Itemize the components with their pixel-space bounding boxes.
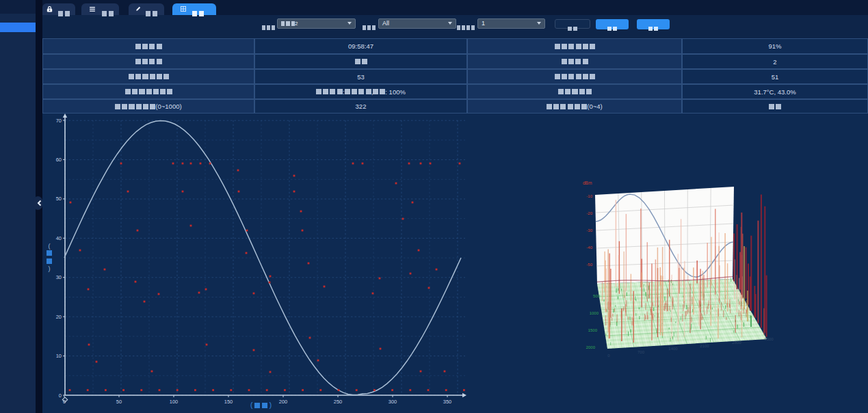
- svg-text:40: 40: [56, 235, 62, 241]
- svg-text:0: 0: [59, 392, 62, 399]
- svg-text:1400: 1400: [668, 347, 678, 351]
- svg-text:150: 150: [224, 399, 233, 405]
- svg-text:50: 50: [56, 196, 62, 202]
- svg-text:700: 700: [637, 350, 645, 354]
- svg-text:250: 250: [334, 399, 343, 405]
- svg-text:-20: -20: [586, 211, 592, 215]
- svg-text:50: 50: [116, 399, 122, 405]
- svg-text:300: 300: [389, 399, 397, 405]
- svg-text:3500: 3500: [764, 337, 774, 341]
- svg-text:10: 10: [56, 353, 62, 359]
- svg-text:2000: 2000: [586, 345, 596, 349]
- svg-text:30: 30: [56, 274, 62, 280]
- svg-text:-30: -30: [586, 228, 592, 232]
- svg-text:1000: 1000: [590, 311, 599, 315]
- svg-text:500: 500: [593, 294, 601, 298]
- svg-text:-40: -40: [586, 245, 592, 250]
- svg-text:70: 70: [56, 118, 62, 124]
- svg-text:350: 350: [443, 399, 452, 405]
- svg-text:60: 60: [56, 157, 62, 163]
- svg-text:-10: -10: [586, 194, 592, 198]
- svg-text:0: 0: [607, 354, 610, 358]
- svg-text:1500: 1500: [588, 328, 598, 332]
- svg-text:dBm: dBm: [583, 181, 592, 185]
- svg-text:2800: 2800: [732, 341, 741, 345]
- svg-text:20: 20: [56, 314, 62, 320]
- svg-text:100: 100: [170, 399, 179, 405]
- svg-text:200: 200: [279, 399, 288, 405]
- svg-text:-50: -50: [586, 263, 592, 267]
- svg-text:2100: 2100: [700, 344, 709, 348]
